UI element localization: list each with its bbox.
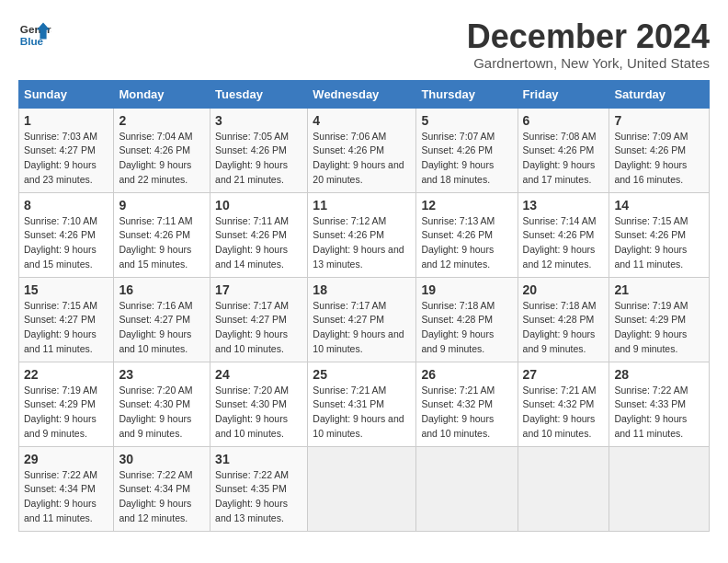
day-info: Sunrise: 7:17 AMSunset: 4:27 PMDaylight:… [313,300,404,354]
day-number: 25 [313,367,411,382]
day-info: Sunrise: 7:22 AMSunset: 4:34 PMDaylight:… [24,469,97,523]
calendar-cell [416,446,518,531]
calendar-cell: 1Sunrise: 7:03 AMSunset: 4:27 PMDaylight… [19,108,114,192]
day-number: 2 [119,113,205,128]
day-number: 4 [313,113,411,128]
day-info: Sunrise: 7:21 AMSunset: 4:32 PMDaylight:… [523,385,597,439]
header: General Blue December 2024 Gardnertown, … [18,18,710,71]
calendar-week-row: 29Sunrise: 7:22 AMSunset: 4:34 PMDayligh… [19,446,710,531]
calendar-cell: 13Sunrise: 7:14 AMSunset: 4:26 PMDayligh… [518,192,609,277]
calendar-cell: 2Sunrise: 7:04 AMSunset: 4:26 PMDaylight… [114,108,210,192]
day-info: Sunrise: 7:04 AMSunset: 4:26 PMDaylight:… [119,131,192,185]
day-number: 29 [24,452,108,466]
weekday-header-saturday: Saturday [609,80,710,108]
page-title: December 2024 [467,18,710,55]
calendar-week-row: 22Sunrise: 7:19 AMSunset: 4:29 PMDayligh… [19,362,710,446]
day-number: 15 [24,282,108,297]
day-info: Sunrise: 7:15 AMSunset: 4:27 PMDaylight:… [24,300,97,354]
day-info: Sunrise: 7:18 AMSunset: 4:28 PMDaylight:… [523,300,597,354]
day-info: Sunrise: 7:21 AMSunset: 4:32 PMDaylight:… [421,385,495,439]
day-info: Sunrise: 7:18 AMSunset: 4:28 PMDaylight:… [421,300,495,354]
day-number: 31 [215,452,302,466]
day-number: 1 [24,113,108,128]
calendar-cell: 21Sunrise: 7:19 AMSunset: 4:29 PMDayligh… [609,277,710,362]
day-number: 9 [119,198,205,213]
calendar-cell: 20Sunrise: 7:18 AMSunset: 4:28 PMDayligh… [518,277,609,362]
day-number: 23 [119,367,205,382]
calendar-week-row: 1Sunrise: 7:03 AMSunset: 4:27 PMDaylight… [19,108,710,192]
day-number: 8 [24,198,108,213]
calendar-cell: 12Sunrise: 7:13 AMSunset: 4:26 PMDayligh… [416,192,518,277]
calendar-cell: 9Sunrise: 7:11 AMSunset: 4:26 PMDaylight… [114,192,210,277]
day-info: Sunrise: 7:06 AMSunset: 4:26 PMDaylight:… [313,131,404,185]
day-number: 6 [523,113,605,128]
day-info: Sunrise: 7:17 AMSunset: 4:27 PMDaylight:… [215,300,289,354]
weekday-header-friday: Friday [518,80,609,108]
calendar-cell: 11Sunrise: 7:12 AMSunset: 4:26 PMDayligh… [308,192,416,277]
calendar-table: SundayMondayTuesdayWednesdayThursdayFrid… [18,80,710,532]
calendar-cell: 7Sunrise: 7:09 AMSunset: 4:26 PMDaylight… [609,108,710,192]
day-info: Sunrise: 7:07 AMSunset: 4:26 PMDaylight:… [421,131,495,185]
calendar-cell: 4Sunrise: 7:06 AMSunset: 4:26 PMDaylight… [308,108,416,192]
calendar-cell: 19Sunrise: 7:18 AMSunset: 4:28 PMDayligh… [416,277,518,362]
weekday-header-wednesday: Wednesday [308,80,416,108]
weekday-header-monday: Monday [114,80,210,108]
calendar-cell: 3Sunrise: 7:05 AMSunset: 4:26 PMDaylight… [210,108,308,192]
day-number: 24 [215,367,302,382]
day-number: 21 [614,282,704,297]
day-number: 12 [421,198,512,213]
day-number: 30 [119,452,205,466]
day-number: 19 [421,282,512,297]
weekday-header-tuesday: Tuesday [210,80,308,108]
calendar-cell: 27Sunrise: 7:21 AMSunset: 4:32 PMDayligh… [518,362,609,446]
calendar-cell: 14Sunrise: 7:15 AMSunset: 4:26 PMDayligh… [609,192,710,277]
logo-icon: General Blue [18,18,51,52]
calendar-week-row: 8Sunrise: 7:10 AMSunset: 4:26 PMDaylight… [19,192,710,277]
day-number: 3 [215,113,302,128]
weekday-header-sunday: Sunday [19,80,114,108]
day-info: Sunrise: 7:22 AMSunset: 4:35 PMDaylight:… [215,469,289,523]
day-info: Sunrise: 7:16 AMSunset: 4:27 PMDaylight:… [119,300,192,354]
day-number: 5 [421,113,512,128]
day-number: 7 [614,113,704,128]
calendar-cell: 18Sunrise: 7:17 AMSunset: 4:27 PMDayligh… [308,277,416,362]
calendar-cell: 31Sunrise: 7:22 AMSunset: 4:35 PMDayligh… [210,446,308,531]
day-number: 18 [313,282,411,297]
calendar-cell: 30Sunrise: 7:22 AMSunset: 4:34 PMDayligh… [114,446,210,531]
calendar-cell: 25Sunrise: 7:21 AMSunset: 4:31 PMDayligh… [308,362,416,446]
calendar-cell [518,446,609,531]
day-info: Sunrise: 7:09 AMSunset: 4:26 PMDaylight:… [614,131,688,185]
day-number: 28 [614,367,704,382]
calendar-cell [308,446,416,531]
logo: General Blue [18,18,51,52]
day-info: Sunrise: 7:12 AMSunset: 4:26 PMDaylight:… [313,215,404,270]
day-number: 13 [523,198,605,213]
calendar-cell: 16Sunrise: 7:16 AMSunset: 4:27 PMDayligh… [114,277,210,362]
day-info: Sunrise: 7:21 AMSunset: 4:31 PMDaylight:… [313,385,404,439]
day-number: 14 [614,198,704,213]
calendar-cell [609,446,710,531]
calendar-cell: 24Sunrise: 7:20 AMSunset: 4:30 PMDayligh… [210,362,308,446]
calendar-cell: 26Sunrise: 7:21 AMSunset: 4:32 PMDayligh… [416,362,518,446]
calendar-cell: 8Sunrise: 7:10 AMSunset: 4:26 PMDaylight… [19,192,114,277]
day-info: Sunrise: 7:11 AMSunset: 4:26 PMDaylight:… [215,215,289,270]
day-info: Sunrise: 7:15 AMSunset: 4:26 PMDaylight:… [614,215,688,270]
day-info: Sunrise: 7:08 AMSunset: 4:26 PMDaylight:… [523,131,597,185]
day-info: Sunrise: 7:05 AMSunset: 4:26 PMDaylight:… [215,131,289,185]
calendar-cell: 28Sunrise: 7:22 AMSunset: 4:33 PMDayligh… [609,362,710,446]
day-info: Sunrise: 7:14 AMSunset: 4:26 PMDaylight:… [523,215,597,270]
day-number: 11 [313,198,411,213]
calendar-cell: 23Sunrise: 7:20 AMSunset: 4:30 PMDayligh… [114,362,210,446]
day-info: Sunrise: 7:20 AMSunset: 4:30 PMDaylight:… [215,385,289,439]
calendar-cell: 6Sunrise: 7:08 AMSunset: 4:26 PMDaylight… [518,108,609,192]
day-number: 20 [523,282,605,297]
day-info: Sunrise: 7:20 AMSunset: 4:30 PMDaylight:… [119,385,192,439]
day-number: 27 [523,367,605,382]
calendar-cell: 17Sunrise: 7:17 AMSunset: 4:27 PMDayligh… [210,277,308,362]
day-info: Sunrise: 7:11 AMSunset: 4:26 PMDaylight:… [119,215,192,270]
weekday-header-thursday: Thursday [416,80,518,108]
day-number: 22 [24,367,108,382]
day-info: Sunrise: 7:10 AMSunset: 4:26 PMDaylight:… [24,215,97,270]
day-info: Sunrise: 7:22 AMSunset: 4:34 PMDaylight:… [119,469,192,523]
day-number: 16 [119,282,205,297]
